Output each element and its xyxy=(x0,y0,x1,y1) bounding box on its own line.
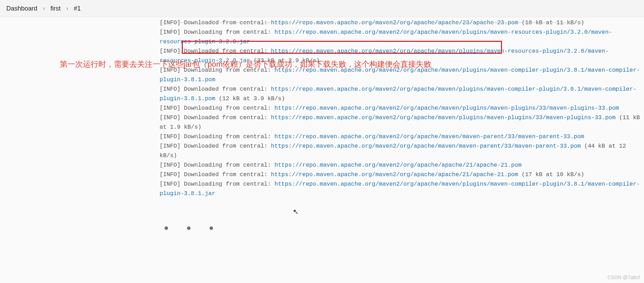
breadcrumb: Dashboard › first › #1 xyxy=(0,0,644,17)
console-line: [INFO] Downloading from central: https:/… xyxy=(160,179,640,198)
log-url[interactable]: https://repo.maven.apache.org/maven2/org… xyxy=(271,19,518,26)
breadcrumb-dashboard[interactable]: Dashboard xyxy=(6,5,37,12)
log-url[interactable]: https://repo.maven.apache.org/maven2/org… xyxy=(275,162,522,168)
log-suffix: (18 kB at 11 kB/s) xyxy=(518,19,584,26)
console-line: [INFO] Downloading from central: https:/… xyxy=(160,103,640,113)
log-suffix: (17 kB at 10 kB/s) xyxy=(518,171,584,178)
log-prefix: [INFO] Downloaded from central: xyxy=(160,19,271,26)
console-line: [INFO] Downloading from central: https:/… xyxy=(160,27,640,46)
console-line: [INFO] Downloaded from central: https://… xyxy=(160,84,640,103)
log-prefix: [INFO] Downloading from central: xyxy=(160,105,275,111)
log-prefix: [INFO] Downloaded from central: xyxy=(160,143,271,149)
log-url[interactable]: https://repo.maven.apache.org/maven2/org… xyxy=(275,105,619,111)
watermark: CSDN @7abcf xyxy=(607,275,640,280)
log-url[interactable]: https://repo.maven.apache.org/maven2/org… xyxy=(275,133,584,140)
console-line: [INFO] Downloaded from central: https://… xyxy=(160,18,640,27)
console-line: [INFO] Downloaded from central: https://… xyxy=(160,141,640,160)
console-line: [INFO] Downloading from central: https:/… xyxy=(160,132,640,141)
log-prefix: [INFO] Downloaded from central: xyxy=(160,86,271,92)
loading-dots xyxy=(165,226,213,230)
log-prefix: [INFO] Downloading from central: xyxy=(160,162,275,168)
log-suffix: (12 kB at 3.9 kB/s) xyxy=(215,95,285,102)
console-output[interactable]: [INFO] Downloaded from central: https://… xyxy=(160,17,644,206)
annotation-text: 第一次运行时，需要去关注一下这些jar包（pom依赖）是否下载成功，如果下载失败… xyxy=(60,59,431,70)
log-url[interactable]: https://repo.maven.apache.org/maven2/org… xyxy=(271,114,616,121)
log-url[interactable]: https://repo.maven.apache.org/maven2/org… xyxy=(271,171,518,178)
console-line: [INFO] Downloading from central: https:/… xyxy=(160,160,640,170)
console-line: [INFO] Downloaded from central: https://… xyxy=(160,113,640,132)
breadcrumb-first[interactable]: first xyxy=(50,5,60,12)
log-prefix: [INFO] Downloaded from central: xyxy=(160,114,271,121)
dot-icon xyxy=(187,226,191,230)
dot-icon xyxy=(210,226,213,230)
console-line: [INFO] Downloaded from central: https://… xyxy=(160,170,640,179)
chevron-right-icon: › xyxy=(43,5,45,12)
log-prefix: [INFO] Downloading from central: xyxy=(160,29,275,36)
log-prefix: [INFO] Downloading from central: xyxy=(160,133,275,140)
log-prefix: [INFO] Downloaded from central: xyxy=(160,48,271,54)
log-prefix: [INFO] Downloading from central: xyxy=(160,181,275,187)
log-prefix: [INFO] Downloaded from central: xyxy=(160,171,271,178)
breadcrumb-build-number[interactable]: #1 xyxy=(74,5,81,12)
chevron-right-icon: › xyxy=(66,5,68,12)
log-url[interactable]: https://repo.maven.apache.org/maven2/org… xyxy=(271,143,581,149)
cursor-icon: ↖ xyxy=(293,207,299,216)
dot-icon xyxy=(165,226,168,230)
